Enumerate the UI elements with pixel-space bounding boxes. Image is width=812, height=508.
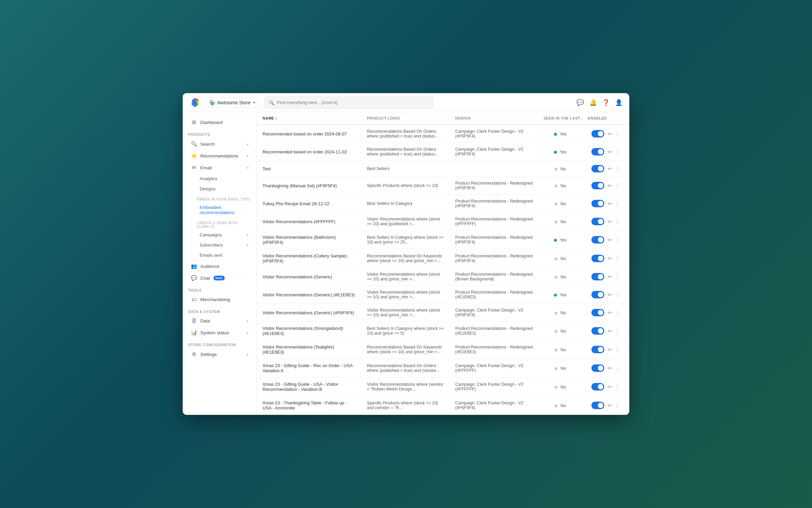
toggle-enabled-6[interactable]	[591, 236, 604, 244]
more-icon-7[interactable]: ⋮	[615, 255, 620, 262]
sidebar-label-settings: Settings	[200, 352, 217, 357]
sidebar-item-dashboard[interactable]: ⊞ Dashboard	[185, 117, 254, 128]
toggle-enabled-9[interactable]	[591, 291, 604, 298]
sidebar-sub-item-embedded-recommendations[interactable]: Embedded recommendations	[185, 203, 254, 217]
cell-logic-7: Recommendations Based On Keywords where …	[362, 249, 450, 268]
sidebar-item-recommendations[interactable]: ⭐ Recommendations ▸	[185, 150, 254, 162]
dashboard-icon: ⊞	[191, 119, 197, 125]
sidebar-sub-item-designs[interactable]: Designs	[185, 184, 254, 194]
cell-enabled-0: ✏ ⋮	[582, 125, 629, 143]
cell-logic-9: Visitor Recommendations where (stock >= …	[362, 286, 450, 304]
toggle-enabled-0[interactable]	[591, 130, 604, 137]
edit-icon-13[interactable]: ✏	[608, 365, 612, 372]
edit-icon-6[interactable]: ✏	[608, 237, 612, 243]
edit-icon-9[interactable]: ✏	[608, 292, 612, 298]
more-icon-12[interactable]: ⋮	[615, 346, 620, 353]
more-icon-14[interactable]: ⋮	[615, 384, 620, 390]
sidebar-sub-item-subscribers[interactable]: Subscribers ▸	[185, 240, 254, 250]
more-icon-15[interactable]: ⋮	[615, 402, 620, 409]
cell-seen-13: No	[538, 359, 583, 378]
help-icon[interactable]: ❓	[602, 99, 610, 106]
more-icon-0[interactable]: ⋮	[615, 131, 620, 137]
table-row: Recommended based on order 2024-11-02 Re…	[257, 143, 629, 161]
edit-icon-14[interactable]: ✏	[608, 384, 612, 390]
edit-icon-1[interactable]: ✏	[608, 149, 612, 155]
cell-seen-6: Yes	[538, 231, 583, 249]
cell-name-14: Xmas 23 - Gifting Guide - USA - Visitor …	[257, 378, 362, 396]
bell-icon[interactable]: 🔔	[589, 99, 597, 106]
sidebar-item-settings[interactable]: ⚙ Settings ▸	[185, 348, 254, 360]
sidebar-item-email[interactable]: ✉ Email ▾	[185, 162, 254, 173]
cell-name-6: Visitor Recommendations (Bathroom) (#F6F…	[257, 231, 362, 249]
col-header-name[interactable]: NAME ↕	[257, 112, 362, 125]
search-input[interactable]	[277, 100, 429, 105]
sidebar-item-data[interactable]: 🗄 Data ▸	[185, 315, 254, 326]
edit-icon-8[interactable]: ✏	[608, 274, 612, 280]
sidebar-sub-item-emails-sent[interactable]: Emails sent	[185, 250, 254, 260]
status-dot-11	[555, 330, 558, 333]
cell-enabled-3: ✏ ⋮	[582, 177, 629, 195]
toggle-enabled-5[interactable]	[591, 218, 604, 225]
search-bar[interactable]: 🔍	[264, 97, 433, 109]
sidebar-item-chat[interactable]: 💬 Chat New!	[185, 272, 254, 284]
more-icon-6[interactable]: ⋮	[615, 237, 620, 243]
action-icons-8: ✏ ⋮	[608, 274, 620, 280]
sidebar-label-chat: Chat	[200, 276, 210, 281]
edit-icon-12[interactable]: ✏	[608, 346, 612, 353]
sidebar-item-merchandising[interactable]: 🏷 Merchandising	[185, 294, 254, 305]
chevron-right-settings: ▸	[247, 353, 249, 356]
sidebar-sub-item-campaigns[interactable]: Campaigns ▸	[185, 230, 254, 240]
sidebar-item-system-status[interactable]: 📊 System status ▸	[185, 327, 254, 338]
toggle-enabled-15[interactable]	[591, 402, 604, 409]
toggle-enabled-3[interactable]	[591, 182, 604, 189]
toggle-enabled-1[interactable]	[591, 148, 604, 155]
sidebar-label-designs: Designs	[200, 186, 216, 191]
toggle-enabled-7[interactable]	[591, 255, 604, 262]
sidebar-item-search[interactable]: 🔍 Search ▸	[185, 138, 254, 150]
toggle-enabled-10[interactable]	[591, 309, 604, 316]
cell-seen-14: No	[538, 378, 583, 396]
user-icon[interactable]: 👤	[615, 99, 623, 106]
more-icon-13[interactable]: ⋮	[615, 365, 620, 372]
sidebar-label-recommendations: Recommendations	[200, 153, 239, 158]
edit-icon-10[interactable]: ✏	[608, 310, 612, 316]
toggle-enabled-14[interactable]	[591, 383, 604, 390]
store-selector[interactable]: 🏪 Awesome Store ▾	[206, 98, 259, 108]
recommendations-table: NAME ↕ PRODUCT LOGIC DESIGN SEEN IN THE …	[257, 112, 629, 415]
more-icon-3[interactable]: ⋮	[615, 183, 620, 189]
cell-logic-3: Specific Products where (stock >= 10)	[362, 177, 450, 195]
more-icon-1[interactable]: ⋮	[615, 149, 620, 155]
sidebar-label-campaigns: Campaigns	[200, 232, 222, 237]
edit-icon-3[interactable]: ✏	[608, 183, 612, 189]
edit-icon-0[interactable]: ✏	[608, 131, 612, 137]
toggle-enabled-12[interactable]	[591, 346, 604, 353]
edit-icon-11[interactable]: ✏	[608, 328, 612, 334]
sidebar-item-audience[interactable]: 👥 Audience	[185, 260, 254, 272]
more-icon-8[interactable]: ⋮	[615, 274, 620, 280]
toggle-enabled-13[interactable]	[591, 364, 604, 372]
edit-icon-2[interactable]: ✏	[608, 166, 612, 172]
cell-seen-9: Yes	[538, 286, 583, 304]
cell-design-3: Product Recommendations - Redesigned (#F…	[450, 177, 538, 195]
more-icon-4[interactable]: ⋮	[615, 200, 620, 207]
col-header-seen: SEEN IN THE LAST 24 HOURS	[538, 112, 583, 125]
more-icon-11[interactable]: ⋮	[615, 328, 620, 334]
more-icon-5[interactable]: ⋮	[615, 218, 620, 225]
sidebar-sub-item-analytics[interactable]: Analytics	[185, 174, 254, 184]
more-icon-9[interactable]: ⋮	[615, 292, 620, 298]
edit-icon-4[interactable]: ✏	[608, 200, 612, 207]
toggle-enabled-8[interactable]	[591, 273, 604, 280]
chevron-right-icon2: ▸	[247, 154, 249, 158]
chat-icon[interactable]: 💬	[577, 99, 584, 106]
cell-logic-2: Best Sellers	[362, 161, 450, 177]
edit-icon-5[interactable]: ✏	[608, 218, 612, 225]
more-icon-10[interactable]: ⋮	[615, 310, 620, 316]
edit-icon-15[interactable]: ✏	[608, 402, 612, 409]
toggle-enabled-11[interactable]	[591, 327, 604, 335]
toggle-enabled-2[interactable]	[591, 165, 604, 172]
more-icon-2[interactable]: ⋮	[615, 166, 620, 172]
toggle-enabled-4[interactable]	[591, 200, 604, 207]
edit-icon-7[interactable]: ✏	[608, 255, 612, 262]
sidebar: ⊞ Dashboard PRODUCTS 🔍 Search ▸ ⭐ Recomm…	[183, 112, 257, 415]
table-wrapper: NAME ↕ PRODUCT LOGIC DESIGN SEEN IN THE …	[257, 112, 629, 415]
